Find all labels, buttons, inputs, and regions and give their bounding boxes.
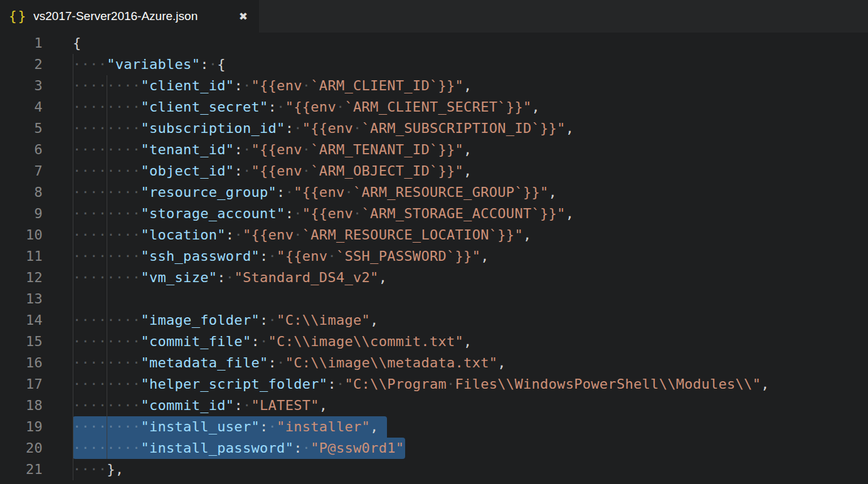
- line-text: ········"commit_file":·"C:\\image\\commi…: [73, 331, 472, 352]
- token-str: `ARM_CLIENT_SECRET`}}": [344, 99, 531, 115]
- line-content[interactable]: ········"resource_group":·"{{env·`ARM_RE…: [43, 182, 868, 203]
- line-content[interactable]: ········"install_password":·"P@ssw0rd1": [43, 438, 868, 459]
- line-content[interactable]: ········"commit_id":·"LATEST",: [43, 395, 868, 416]
- line-number[interactable]: 11: [0, 246, 43, 267]
- code-line-7[interactable]: 7········"object_id":·"{{env·`ARM_OBJECT…: [0, 160, 868, 182]
- code-line-11[interactable]: 11········"ssh_password":·"{{env·`SSH_PA…: [0, 246, 868, 267]
- line-content[interactable]: ········"metadata_file":·"C:\\image\\met…: [43, 352, 868, 374]
- code-line-20[interactable]: 20········"install_password":·"P@ssw0rd1…: [0, 438, 868, 459]
- line-number[interactable]: 6: [0, 139, 43, 160]
- code-line-18[interactable]: 18········"commit_id":·"LATEST",: [0, 395, 868, 416]
- whitespace-dots: ·: [294, 120, 302, 136]
- code-line-13[interactable]: 13: [0, 288, 868, 310]
- code-line-1[interactable]: 1{: [0, 33, 868, 54]
- code-line-16[interactable]: 16········"metadata_file":·"C:\\image\\m…: [0, 352, 868, 374]
- line-content[interactable]: ········"ssh_password":·"{{env·`SSH_PASS…: [43, 246, 868, 267]
- line-number[interactable]: 16: [0, 352, 43, 374]
- code-line-14[interactable]: 14········"image_folder":·"C:\\image",: [0, 310, 868, 331]
- line-content[interactable]: ········"object_id":·"{{env·`ARM_OBJECT_…: [43, 160, 868, 182]
- indent-guide: [73, 182, 73, 203]
- token-pun: ,: [531, 99, 540, 115]
- json-braces-icon: {}: [9, 9, 27, 24]
- whitespace-dots: ·: [447, 376, 455, 392]
- line-text: ········"client_secret":·"{{env·`ARM_CLI…: [73, 97, 540, 118]
- code-line-21[interactable]: 21····},: [0, 459, 868, 480]
- line-content[interactable]: ········"helper_script_folder":·"C:\\Pro…: [43, 374, 868, 395]
- line-text: ········"subscription_id":·"{{env·`ARM_S…: [73, 118, 574, 139]
- line-content[interactable]: ········"commit_file":·"C:\\image\\commi…: [43, 331, 868, 352]
- tab-vs2017-server2016-azure-json[interactable]: {} vs2017-Server2016-Azure.json ✖: [0, 0, 259, 33]
- line-content[interactable]: ········"client_secret":·"{{env·`ARM_CLI…: [43, 97, 868, 118]
- line-content[interactable]: ········"client_id":·"{{env·`ARM_CLIENT_…: [43, 75, 868, 97]
- line-number[interactable]: 2: [0, 54, 43, 75]
- token-str: `ARM_SUBSCRIPTION_ID`}}": [362, 120, 566, 136]
- code-line-3[interactable]: 3········"client_id":·"{{env·`ARM_CLIENT…: [0, 75, 868, 97]
- token-key: "tenant_id": [140, 142, 234, 157]
- token-pun: ,: [497, 355, 506, 371]
- line-number[interactable]: 5: [0, 118, 43, 139]
- line-content[interactable]: ········"install_user":·"installer",: [43, 416, 868, 438]
- token-pun: ,: [463, 78, 472, 93]
- line-number[interactable]: 4: [0, 97, 43, 118]
- code-line-10[interactable]: 10········"location":·"{{env·`ARM_RESOUR…: [0, 224, 868, 246]
- whitespace-dots: ·: [268, 248, 277, 264]
- code-line-6[interactable]: 6········"tenant_id":·"{{env·`ARM_TENANT…: [0, 139, 868, 160]
- token-str: "installer": [277, 419, 370, 434]
- line-text: ········"resource_group":·"{{env·`ARM_RE…: [73, 182, 557, 203]
- line-content[interactable]: ········"vm_size":·"Standard_DS4_v2",: [43, 267, 868, 288]
- whitespace-dots: ·: [226, 270, 235, 285]
- whitespace-dots: ·: [353, 206, 362, 221]
- line-number[interactable]: 1: [0, 33, 43, 54]
- line-content[interactable]: ····},: [43, 459, 868, 480]
- indent-guide: [73, 310, 73, 331]
- editor[interactable]: 1{2····"variables":·{3········"client_id…: [0, 33, 868, 484]
- whitespace-dots: ·: [353, 120, 362, 136]
- whitespace-dots: ·: [336, 99, 345, 115]
- line-number[interactable]: 15: [0, 331, 43, 352]
- line-number[interactable]: 19: [0, 416, 43, 438]
- token-str: `ARM_TENANT_ID`}}": [310, 142, 463, 157]
- line-content[interactable]: [43, 288, 868, 310]
- token-pun: ,: [379, 270, 388, 285]
- line-number[interactable]: 8: [0, 182, 43, 203]
- code-line-19[interactable]: 19········"install_user":·"installer",: [0, 416, 868, 438]
- line-number[interactable]: 9: [0, 203, 43, 224]
- line-number[interactable]: 10: [0, 224, 43, 246]
- token-str: `ARM_RESOURCE_GROUP`}}": [353, 184, 549, 200]
- line-content[interactable]: ········"image_folder":·"C:\\image",: [43, 310, 868, 331]
- line-text: ········"object_id":·"{{env·`ARM_OBJECT_…: [73, 160, 472, 182]
- token-key: "install_user": [140, 419, 260, 434]
- code-line-4[interactable]: 4········"client_secret":·"{{env·`ARM_CL…: [0, 97, 868, 118]
- line-content[interactable]: ········"tenant_id":·"{{env·`ARM_TENANT_…: [43, 139, 868, 160]
- indent-guide: [107, 246, 107, 267]
- whitespace-dots: ····: [73, 461, 107, 477]
- line-number[interactable]: 12: [0, 267, 43, 288]
- code-line-17[interactable]: 17········"helper_script_folder":·"C:\\P…: [0, 374, 868, 395]
- line-content[interactable]: ····"variables":·{: [43, 54, 868, 75]
- line-content[interactable]: ········"storage_account":·"{{env·`ARM_S…: [43, 203, 868, 224]
- line-number[interactable]: 14: [0, 310, 43, 331]
- line-number[interactable]: 7: [0, 160, 43, 182]
- token-str: `ARM_CLIENT_ID`}}": [310, 78, 463, 93]
- line-number[interactable]: 21: [0, 459, 43, 480]
- line-content[interactable]: ········"location":·"{{env·`ARM_RESOURCE…: [43, 224, 868, 246]
- close-icon[interactable]: ✖: [238, 10, 249, 23]
- token-str: "C:\\image\\commit.txt": [268, 334, 464, 349]
- token-pun: ,: [370, 419, 379, 434]
- line-content[interactable]: {: [43, 33, 868, 54]
- code-line-5[interactable]: 5········"subscription_id":·"{{env·`ARM_…: [0, 118, 868, 139]
- line-number[interactable]: 20: [0, 438, 43, 459]
- line-number[interactable]: 13: [0, 288, 43, 310]
- line-number[interactable]: 17: [0, 374, 43, 395]
- line-text: ········"vm_size":·"Standard_DS4_v2",: [73, 267, 387, 288]
- line-content[interactable]: ········"subscription_id":·"{{env·`ARM_S…: [43, 118, 868, 139]
- code-line-2[interactable]: 2····"variables":·{: [0, 54, 868, 75]
- code-line-15[interactable]: 15········"commit_file":·"C:\\image\\com…: [0, 331, 868, 352]
- indent-guide: [107, 203, 107, 224]
- token-pun: },: [107, 461, 124, 477]
- line-number[interactable]: 3: [0, 75, 43, 97]
- line-number[interactable]: 18: [0, 395, 43, 416]
- code-line-9[interactable]: 9········"storage_account":·"{{env·`ARM_…: [0, 203, 868, 224]
- code-line-12[interactable]: 12········"vm_size":·"Standard_DS4_v2",: [0, 267, 868, 288]
- code-line-8[interactable]: 8········"resource_group":·"{{env·`ARM_R…: [0, 182, 868, 203]
